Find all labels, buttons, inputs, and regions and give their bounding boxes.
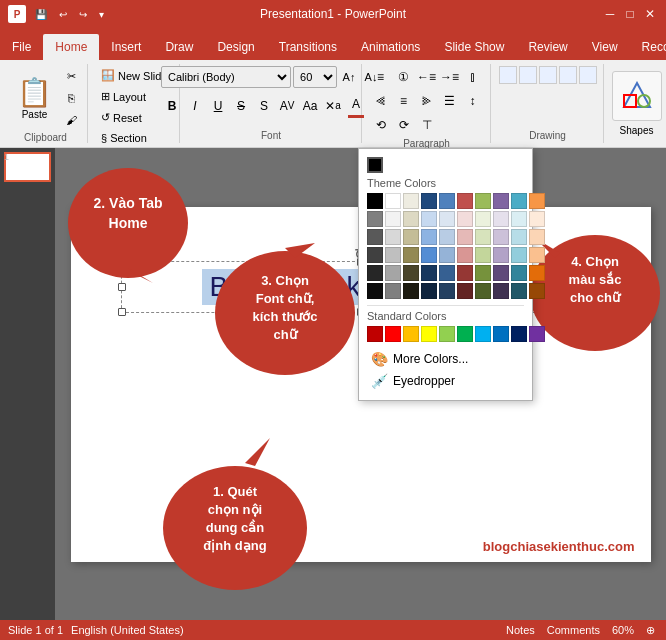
- theme-color-swatch[interactable]: [421, 265, 437, 281]
- theme-color-swatch[interactable]: [421, 229, 437, 245]
- theme-color-swatch[interactable]: [385, 265, 401, 281]
- tab-review[interactable]: Review: [516, 34, 579, 60]
- theme-color-swatch[interactable]: [421, 211, 437, 227]
- theme-color-swatch[interactable]: [529, 211, 545, 227]
- theme-color-swatch[interactable]: [475, 247, 491, 263]
- text-direction-button[interactable]: ⟳: [393, 114, 415, 136]
- theme-color-swatch[interactable]: [403, 265, 419, 281]
- notes-button[interactable]: Notes: [503, 624, 538, 636]
- theme-color-swatch[interactable]: [493, 265, 509, 281]
- close-button[interactable]: ✕: [642, 6, 658, 22]
- shape-item[interactable]: [559, 66, 577, 84]
- theme-color-swatch[interactable]: [457, 247, 473, 263]
- theme-color-swatch[interactable]: [403, 247, 419, 263]
- increase-font-button[interactable]: A↑: [339, 67, 359, 87]
- zoom-level[interactable]: 60%: [609, 624, 637, 636]
- theme-color-swatch[interactable]: [457, 211, 473, 227]
- char-spacing-button[interactable]: AV: [276, 95, 298, 117]
- undo-qat-button[interactable]: ↩: [56, 9, 70, 20]
- font-name-select[interactable]: Calibri (Body): [161, 66, 291, 88]
- standard-color-swatch[interactable]: [385, 326, 401, 342]
- theme-color-swatch[interactable]: [529, 193, 545, 209]
- theme-color-swatch[interactable]: [439, 211, 455, 227]
- columns-button[interactable]: ⫿: [462, 66, 484, 88]
- tab-home[interactable]: Home: [43, 34, 99, 60]
- theme-color-swatch[interactable]: [385, 283, 401, 299]
- theme-color-swatch[interactable]: [529, 283, 545, 299]
- standard-color-swatch[interactable]: [493, 326, 509, 342]
- numbering-button[interactable]: ①: [393, 66, 415, 88]
- theme-color-swatch[interactable]: [403, 283, 419, 299]
- shape-item[interactable]: [519, 66, 537, 84]
- resize-handle-bl[interactable]: [118, 308, 126, 316]
- eyedropper-item[interactable]: 💉 Eyedropper: [367, 370, 524, 392]
- theme-color-swatch[interactable]: [385, 247, 401, 263]
- theme-color-swatch[interactable]: [457, 283, 473, 299]
- theme-color-swatch[interactable]: [457, 193, 473, 209]
- bullets-button[interactable]: ≡: [370, 66, 392, 88]
- paste-button[interactable]: 📋 Paste: [10, 71, 59, 125]
- theme-color-swatch[interactable]: [493, 247, 509, 263]
- bold-button[interactable]: B: [161, 95, 183, 117]
- theme-color-swatch[interactable]: [439, 193, 455, 209]
- theme-color-swatch[interactable]: [529, 229, 545, 245]
- theme-color-swatch[interactable]: [457, 229, 473, 245]
- theme-color-swatch[interactable]: [511, 193, 527, 209]
- strikethrough-button[interactable]: S: [230, 95, 252, 117]
- tab-slideshow[interactable]: Slide Show: [432, 34, 516, 60]
- standard-color-swatch[interactable]: [367, 326, 383, 342]
- tab-animations[interactable]: Animations: [349, 34, 432, 60]
- comments-button[interactable]: Comments: [544, 624, 603, 636]
- fit-slide-button[interactable]: ⊕: [643, 624, 658, 637]
- convert-smartart-button[interactable]: ⟲: [370, 114, 392, 136]
- theme-color-swatch[interactable]: [511, 247, 527, 263]
- theme-color-swatch[interactable]: [511, 229, 527, 245]
- tab-draw[interactable]: Draw: [153, 34, 205, 60]
- theme-color-swatch[interactable]: [421, 283, 437, 299]
- cut-button[interactable]: ✂: [61, 66, 81, 86]
- theme-color-swatch[interactable]: [493, 229, 509, 245]
- theme-color-swatch[interactable]: [367, 229, 383, 245]
- minimize-button[interactable]: ─: [602, 6, 618, 22]
- theme-color-swatch[interactable]: [439, 247, 455, 263]
- theme-color-swatch[interactable]: [493, 283, 509, 299]
- theme-color-swatch[interactable]: [367, 265, 383, 281]
- theme-color-swatch[interactable]: [439, 265, 455, 281]
- theme-color-swatch[interactable]: [493, 193, 509, 209]
- tab-file[interactable]: File: [0, 34, 43, 60]
- theme-color-swatch[interactable]: [367, 193, 383, 209]
- theme-color-swatch[interactable]: [529, 265, 545, 281]
- theme-color-swatch[interactable]: [475, 283, 491, 299]
- theme-color-swatch[interactable]: [385, 193, 401, 209]
- theme-color-swatch[interactable]: [439, 283, 455, 299]
- theme-color-swatch[interactable]: [385, 211, 401, 227]
- theme-color-swatch[interactable]: [403, 193, 419, 209]
- theme-color-swatch[interactable]: [421, 193, 437, 209]
- tab-transitions[interactable]: Transitions: [267, 34, 349, 60]
- copy-button[interactable]: ⎘: [61, 88, 81, 108]
- tab-insert[interactable]: Insert: [99, 34, 153, 60]
- tab-design[interactable]: Design: [205, 34, 266, 60]
- theme-color-swatch[interactable]: [439, 229, 455, 245]
- increase-indent-button[interactable]: →≡: [439, 66, 461, 88]
- standard-color-swatch[interactable]: [457, 326, 473, 342]
- theme-color-swatch[interactable]: [367, 283, 383, 299]
- theme-color-swatch[interactable]: [457, 265, 473, 281]
- automatic-color[interactable]: [367, 157, 383, 173]
- theme-color-swatch[interactable]: [529, 247, 545, 263]
- shapes-button[interactable]: [612, 71, 662, 121]
- theme-color-swatch[interactable]: [403, 211, 419, 227]
- shape-item[interactable]: [499, 66, 517, 84]
- theme-color-swatch[interactable]: [511, 265, 527, 281]
- standard-color-swatch[interactable]: [439, 326, 455, 342]
- theme-color-swatch[interactable]: [367, 247, 383, 263]
- standard-color-swatch[interactable]: [421, 326, 437, 342]
- underline-button[interactable]: U: [207, 95, 229, 117]
- clear-format-button[interactable]: ✕a: [322, 95, 344, 117]
- change-case-button[interactable]: Aa: [299, 95, 321, 117]
- align-center-button[interactable]: ≡: [393, 90, 415, 112]
- save-qat-button[interactable]: 💾: [32, 9, 50, 20]
- justify-button[interactable]: ☰: [439, 90, 461, 112]
- theme-color-swatch[interactable]: [367, 211, 383, 227]
- customize-qat-button[interactable]: ▾: [96, 9, 107, 20]
